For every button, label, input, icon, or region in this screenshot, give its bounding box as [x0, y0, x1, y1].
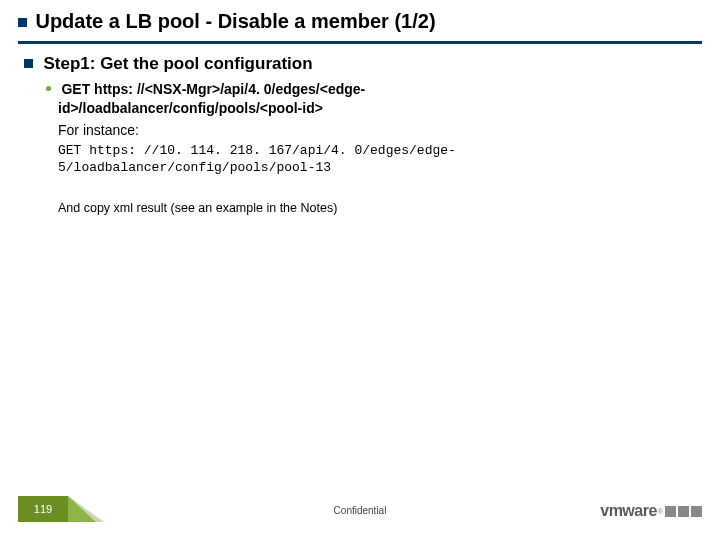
logo-boxes-icon	[665, 506, 702, 517]
api-row: GET https: //<NSX-Mgr>/api/4. 0/edges/<e…	[46, 80, 690, 118]
step1-row: Step1: Get the pool configuration	[24, 54, 690, 74]
content-area: Step1: Get the pool configuration GET ht…	[0, 44, 720, 215]
slide-title: Update a LB pool - Disable a member (1/2…	[35, 10, 435, 32]
copy-xml-note: And copy xml result (see an example in t…	[58, 201, 690, 215]
title-bullet-icon	[18, 18, 27, 27]
step1-sub: GET https: //<NSX-Mgr>/api/4. 0/edges/<e…	[46, 80, 690, 215]
for-instance-label: For instance:	[58, 122, 690, 138]
api-line1: GET https: //<NSX-Mgr>/api/4. 0/edges/<e…	[61, 81, 365, 97]
slide: Update a LB pool - Disable a member (1/2…	[0, 0, 720, 540]
api-line2: id>/loadbalancer/config/pools/<pool-id>	[58, 99, 690, 118]
code-example: GET https: //10. 114. 218. 167/api/4. 0/…	[58, 142, 690, 177]
title-row: Update a LB pool - Disable a member (1/2…	[0, 0, 720, 39]
logo-registered-icon: ®	[658, 508, 663, 515]
footer: 119 Confidential vmware ®	[18, 496, 702, 522]
vmware-logo: vmware ®	[600, 502, 702, 520]
logo-text: vmware	[600, 502, 657, 520]
sub-bullet-icon	[46, 86, 51, 91]
step1-heading: Step1: Get the pool configuration	[43, 54, 312, 73]
step-bullet-icon	[24, 59, 33, 68]
